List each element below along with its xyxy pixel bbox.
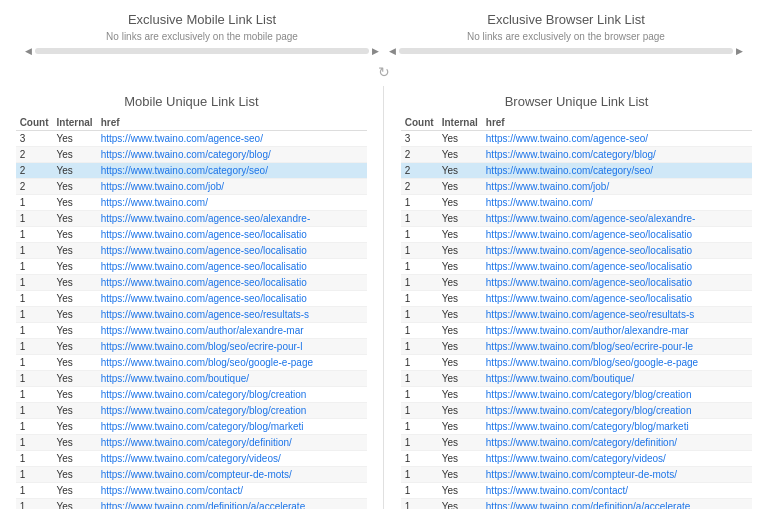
cell-count: 3 [16, 131, 53, 147]
cell-href[interactable]: https://www.twaino.com/category/definiti… [482, 435, 753, 451]
cell-count: 1 [16, 483, 53, 499]
cell-href[interactable]: https://www.twaino.com/category/blog/mar… [97, 419, 368, 435]
cell-href[interactable]: https://www.twaino.com/blog/seo/google-e… [482, 355, 753, 371]
cell-href[interactable]: https://www.twaino.com/agence-seo/ [97, 131, 368, 147]
table-row: 1 Yes https://www.twaino.com/agence-seo/… [16, 243, 368, 259]
cell-count: 1 [16, 403, 53, 419]
cell-href[interactable]: https://www.twaino.com/category/videos/ [97, 451, 368, 467]
exclusive-mobile-title: Exclusive Mobile Link List [35, 12, 370, 27]
scroll-right-icon[interactable]: ▶ [736, 46, 743, 56]
cell-href[interactable]: https://www.twaino.com/agence-seo/locali… [482, 275, 753, 291]
cell-internal: Yes [438, 195, 482, 211]
cell-internal: Yes [438, 371, 482, 387]
table-row: 1 Yes https://www.twaino.com/blog/seo/ec… [401, 339, 753, 355]
cell-href[interactable]: https://www.twaino.com/contact/ [482, 483, 753, 499]
cell-count: 1 [16, 355, 53, 371]
cell-href[interactable]: https://www.twaino.com/ [97, 195, 368, 211]
cell-count: 1 [401, 419, 438, 435]
mobile-unique-title: Mobile Unique Link List [16, 86, 368, 115]
cell-href[interactable]: https://www.twaino.com/agence-seo/locali… [482, 259, 753, 275]
cell-href[interactable]: https://www.twaino.com/author/alexandre-… [482, 323, 753, 339]
cell-href[interactable]: https://www.twaino.com/agence-seo/locali… [482, 227, 753, 243]
cell-href[interactable]: https://www.twaino.com/category/blog/ [97, 147, 368, 163]
cell-href[interactable]: https://www.twaino.com/category/blog/ [482, 147, 753, 163]
cell-count: 1 [16, 291, 53, 307]
browser-col-count: Count [401, 115, 438, 131]
table-row: 2 Yes https://www.twaino.com/category/bl… [401, 147, 753, 163]
cell-href[interactable]: https://www.twaino.com/category/blog/cre… [97, 387, 368, 403]
cell-href[interactable]: https://www.twaino.com/boutique/ [97, 371, 368, 387]
cell-internal: Yes [438, 243, 482, 259]
cell-href[interactable]: https://www.twaino.com/definition/a/acce… [482, 499, 753, 510]
cell-href[interactable]: https://www.twaino.com/agence-seo/locali… [482, 291, 753, 307]
cell-href[interactable]: https://www.twaino.com/agence-seo/ [482, 131, 753, 147]
cell-href[interactable]: https://www.twaino.com/author/alexandre-… [97, 323, 368, 339]
table-row: 1 Yes https://www.twaino.com/category/de… [401, 435, 753, 451]
table-row: 1 Yes https://www.twaino.com/agence-seo/… [401, 307, 753, 323]
cell-count: 1 [401, 435, 438, 451]
cell-internal: Yes [438, 275, 482, 291]
cell-href[interactable]: https://www.twaino.com/boutique/ [482, 371, 753, 387]
cell-count: 2 [16, 163, 53, 179]
table-row: 1 Yes https://www.twaino.com/compteur-de… [16, 467, 368, 483]
cell-internal: Yes [438, 179, 482, 195]
cell-href[interactable]: https://www.twaino.com/category/blog/mar… [482, 419, 753, 435]
cell-internal: Yes [53, 227, 97, 243]
exclusive-browser-scrollbar[interactable]: ◀ ▶ [399, 48, 734, 54]
cell-href[interactable]: https://www.twaino.com/agence-seo/result… [482, 307, 753, 323]
cell-href[interactable]: https://www.twaino.com/agence-seo/locali… [97, 243, 368, 259]
cell-href[interactable]: https://www.twaino.com/category/blog/cre… [97, 403, 368, 419]
cell-href[interactable]: https://www.twaino.com/agence-seo/result… [97, 307, 368, 323]
table-row: 1 Yes https://www.twaino.com/agence-seo/… [16, 307, 368, 323]
cell-href[interactable]: https://www.twaino.com/compteur-de-mots/ [97, 467, 368, 483]
scroll-right-icon[interactable]: ▶ [372, 46, 379, 56]
cell-internal: Yes [438, 211, 482, 227]
cell-internal: Yes [53, 195, 97, 211]
cell-href[interactable]: https://www.twaino.com/category/blog/cre… [482, 403, 753, 419]
cell-count: 2 [401, 179, 438, 195]
scroll-left-icon[interactable]: ◀ [389, 46, 396, 56]
cell-href[interactable]: https://www.twaino.com/category/blog/cre… [482, 387, 753, 403]
cell-href[interactable]: https://www.twaino.com/blog/seo/ecrire-p… [97, 339, 368, 355]
cell-internal: Yes [53, 387, 97, 403]
cell-href[interactable]: https://www.twaino.com/blog/seo/google-e… [97, 355, 368, 371]
table-row: 1 Yes https://www.twaino.com/category/bl… [401, 403, 753, 419]
browser-col-internal: Internal [438, 115, 482, 131]
cell-href[interactable]: https://www.twaino.com/category/videos/ [482, 451, 753, 467]
cell-href[interactable]: https://www.twaino.com/agence-seo/locali… [97, 275, 368, 291]
cell-href[interactable]: https://www.twaino.com/category/seo/ [482, 163, 753, 179]
cell-href[interactable]: https://www.twaino.com/agence-seo/locali… [97, 291, 368, 307]
browser-unique-title: Browser Unique Link List [401, 86, 753, 115]
cell-href[interactable]: https://www.twaino.com/category/definiti… [97, 435, 368, 451]
table-row: 1 Yes https://www.twaino.com/agence-seo/… [16, 291, 368, 307]
cell-href[interactable]: https://www.twaino.com/agence-seo/alexan… [482, 211, 753, 227]
cell-href[interactable]: https://www.twaino.com/category/seo/ [97, 163, 368, 179]
cell-href[interactable]: https://www.twaino.com/agence-seo/locali… [482, 243, 753, 259]
exclusive-browser-subtitle: No links are exclusively on the browser … [399, 31, 734, 42]
cell-href[interactable]: https://www.twaino.com/compteur-de-mots/ [482, 467, 753, 483]
cell-internal: Yes [53, 163, 97, 179]
cell-href[interactable]: https://www.twaino.com/agence-seo/alexan… [97, 211, 368, 227]
cell-href[interactable]: https://www.twaino.com/ [482, 195, 753, 211]
cell-count: 1 [401, 371, 438, 387]
cell-href[interactable]: https://www.twaino.com/definition/a/acce… [97, 499, 368, 510]
cell-count: 1 [16, 339, 53, 355]
table-row: 1 Yes https://www.twaino.com/boutique/ [16, 371, 368, 387]
cell-internal: Yes [438, 387, 482, 403]
cell-href[interactable]: https://www.twaino.com/agence-seo/locali… [97, 227, 368, 243]
exclusive-mobile-scrollbar[interactable]: ◀ ▶ [35, 48, 370, 54]
cell-href[interactable]: https://www.twaino.com/blog/seo/ecrire-p… [482, 339, 753, 355]
cell-internal: Yes [53, 419, 97, 435]
main-section: Mobile Unique Link List Count Internal h… [0, 86, 768, 509]
cell-internal: Yes [438, 163, 482, 179]
exclusive-mobile-subtitle: No links are exclusively on the mobile p… [35, 31, 370, 42]
cell-count: 1 [16, 387, 53, 403]
cell-href[interactable]: https://www.twaino.com/agence-seo/locali… [97, 259, 368, 275]
cell-count: 1 [401, 451, 438, 467]
cell-href[interactable]: https://www.twaino.com/job/ [97, 179, 368, 195]
table-row: 1 Yes https://www.twaino.com/boutique/ [401, 371, 753, 387]
cell-href[interactable]: https://www.twaino.com/contact/ [97, 483, 368, 499]
cell-count: 1 [16, 243, 53, 259]
cell-href[interactable]: https://www.twaino.com/job/ [482, 179, 753, 195]
scroll-left-icon[interactable]: ◀ [25, 46, 32, 56]
